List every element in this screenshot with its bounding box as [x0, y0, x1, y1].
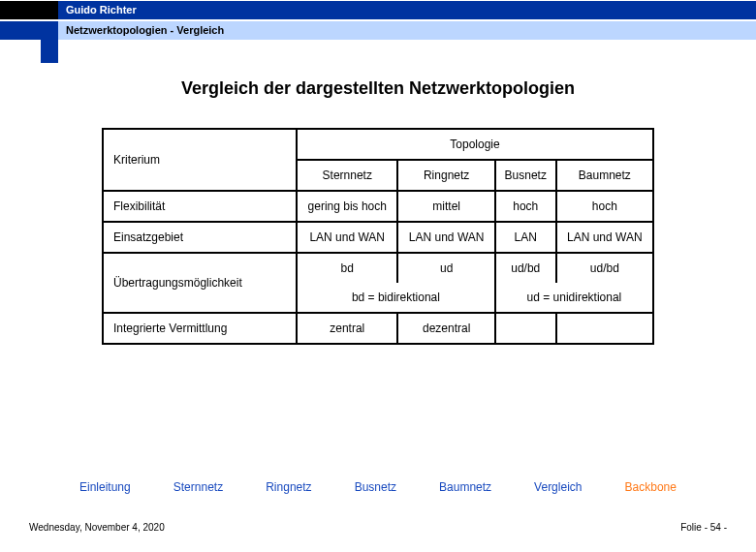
cell: hoch [556, 191, 653, 222]
cell: dezentral [397, 313, 494, 344]
slide-header: Guido Richter Netzwerktopologien - Vergl… [0, 0, 756, 40]
col-bus: Busnetz [495, 160, 556, 191]
cell: ud [397, 253, 494, 283]
footer-page: Folie - 54 - [680, 522, 727, 533]
nav-link-einleitung[interactable]: Einleitung [79, 480, 131, 494]
nav-link-busnetz[interactable]: Busnetz [355, 480, 396, 494]
cell: zentral [297, 313, 397, 344]
table-row: Integrierte Vermittlung zentral dezentra… [103, 313, 653, 344]
cell: LAN und WAN [297, 222, 397, 253]
table-row: Flexibilität gering bis hoch mittel hoch… [103, 191, 653, 222]
col-header-kriterium: Kriterium [103, 129, 297, 191]
nav-link-baumnetz[interactable]: Baumnetz [439, 480, 491, 494]
cell: bd [297, 253, 397, 283]
header-side-accent [41, 40, 58, 63]
cell: ud/bd [556, 253, 653, 283]
slide-subtitle: Netzwerktopologien - Vergleich [58, 21, 756, 40]
legend-ud: ud = unidirektional [495, 283, 653, 313]
legend-bd: bd = bidirektional [297, 283, 495, 313]
cell: LAN und WAN [397, 222, 494, 253]
nav-link-backbone[interactable]: Backbone [625, 480, 677, 494]
slide-nav: Einleitung Sternnetz Ringnetz Busnetz Ba… [0, 480, 756, 494]
table-row: Übertragungsmöglichkeit bd ud ud/bd ud/b… [103, 253, 653, 283]
header-bar-subtitle: Netzwerktopologien - Vergleich [0, 20, 756, 40]
nav-link-vergleich[interactable]: Vergleich [534, 480, 582, 494]
footer-date: Wednesday, November 4, 2020 [29, 522, 165, 533]
row-label-einsatz: Einsatzgebiet [103, 222, 297, 253]
table-row: Einsatzgebiet LAN und WAN LAN und WAN LA… [103, 222, 653, 253]
col-baum: Baumnetz [556, 160, 653, 191]
comparison-table: Kriterium Topologie Sternnetz Ringnetz B… [102, 128, 654, 345]
row-label-flex: Flexibilität [103, 191, 297, 222]
cell [495, 313, 556, 344]
col-header-topologie: Topologie [297, 129, 653, 160]
cell: ud/bd [495, 253, 556, 283]
cell: gering bis hoch [297, 191, 397, 222]
comparison-table-wrap: Kriterium Topologie Sternnetz Ringnetz B… [102, 128, 654, 345]
col-stern: Sternnetz [297, 160, 397, 191]
col-ring: Ringnetz [397, 160, 494, 191]
row-label-uebertragung: Übertragungsmöglichkeit [103, 253, 297, 313]
header-accent-blue [0, 21, 58, 40]
slide-footer: Wednesday, November 4, 2020 Folie - 54 - [29, 522, 727, 533]
header-accent-black [0, 1, 58, 19]
cell: LAN und WAN [556, 222, 653, 253]
nav-link-ringnetz[interactable]: Ringnetz [266, 480, 311, 494]
author-name: Guido Richter [58, 1, 756, 19]
row-label-integ: Integrierte Vermittlung [103, 313, 297, 344]
cell: mittel [397, 191, 494, 222]
cell: hoch [495, 191, 556, 222]
header-bar-author: Guido Richter [0, 0, 756, 19]
page-title: Vergleich der dargestellten Netzwerktopo… [0, 78, 756, 99]
cell: LAN [495, 222, 556, 253]
cell [556, 313, 653, 344]
nav-link-sternnetz[interactable]: Sternnetz [173, 480, 223, 494]
